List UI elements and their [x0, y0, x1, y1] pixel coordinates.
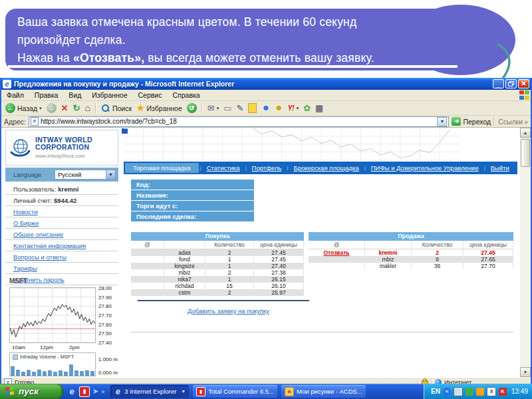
menu-item-4[interactable]: Сервис — [133, 91, 168, 99]
sidebar-link-2[interactable]: Общее описание — [13, 231, 63, 238]
home-button[interactable]: ⌂ — [83, 103, 91, 113]
buy-cell: fond — [164, 256, 205, 263]
forward-button[interactable]: → — [45, 103, 58, 113]
total-commander-icon[interactable]: ▮ — [79, 386, 90, 397]
user-row: Пользователь: kremni — [5, 184, 118, 195]
sidebar-link-0[interactable]: Новости — [13, 208, 38, 215]
refresh-button[interactable]: ↻ — [72, 103, 82, 113]
menu-item-1[interactable]: Правка — [29, 91, 63, 99]
callout-line3: Нажав на «Отозвать», вы всегда можете от… — [17, 49, 450, 67]
minimize-button[interactable]: _ — [493, 79, 504, 88]
menu-item-3[interactable]: Избранное — [86, 91, 132, 99]
nav-tab-4[interactable]: ПИФы и Доверительное Управление — [366, 164, 484, 172]
address-input[interactable]: e https://www.intwaystock.com/trade/?cb=… — [29, 116, 450, 127]
sell-cell: Отозвать — [309, 249, 365, 256]
links-chevron-icon[interactable]: » — [524, 118, 528, 126]
callout-line3-pre: Нажав на — [17, 51, 73, 65]
sidebar-link-1[interactable]: О Бирже — [13, 219, 39, 227]
start-button[interactable]: пуск — [0, 384, 63, 399]
kaspersky-tray-icon[interactable]: K — [499, 388, 507, 396]
restore-button[interactable] — [505, 79, 517, 88]
sell-header-cell-2: Количество — [412, 241, 464, 249]
title-bar[interactable]: e Предложения на покупку и продажу - Mic… — [1, 78, 531, 90]
buy-cell — [131, 256, 164, 263]
quicklaunch-chevron-icon[interactable]: » — [101, 388, 104, 395]
stop-button[interactable]: ✕ — [60, 103, 70, 113]
favorites-button[interactable]: ★Избранное — [135, 103, 184, 113]
go-button[interactable]: ➔ Переход — [452, 117, 491, 126]
sidebar-link-4[interactable]: Вопросы и ответы — [13, 253, 66, 261]
ie-quicklaunch-icon[interactable]: e — [67, 387, 76, 396]
scroll-up-icon[interactable]: ▲ — [520, 128, 531, 138]
sell-header-cell-0: @ — [309, 241, 365, 249]
contacts-button[interactable]: ☻ — [273, 103, 285, 113]
messenger-button[interactable]: ☻ — [260, 103, 271, 113]
menu-item-0[interactable]: Файл — [1, 91, 29, 99]
buy-cell — [131, 269, 164, 276]
volume-tray-icon[interactable]: ‖ — [487, 387, 496, 396]
launch-arrow-icon[interactable]: ➤ — [92, 387, 98, 396]
sell-cell: 2 — [412, 249, 464, 256]
taskbar-task-2[interactable]: aМои рисунки - ACDS... — [281, 385, 366, 398]
media-button[interactable]: ▦ — [314, 103, 325, 113]
notes-button[interactable] — [247, 103, 258, 113]
home-icon: ⌂ — [84, 103, 90, 113]
scroll-down-icon[interactable]: ▼ — [520, 367, 531, 377]
buy-cell: kingsize — [164, 263, 205, 269]
background-chart — [124, 128, 460, 160]
history-button[interactable]: ↺ — [186, 103, 198, 113]
links-label: Ссылки — [498, 118, 523, 126]
chevron-down-icon: ▾ — [297, 106, 299, 111]
yahoo-button[interactable]: Y!▾ — [287, 103, 301, 113]
nav-tab-3[interactable]: Брокерская площадка — [289, 164, 364, 172]
display-tray-icon[interactable] — [454, 387, 463, 396]
buy-row: fond127.45 — [131, 256, 304, 263]
network-tray-icon[interactable] — [466, 388, 473, 396]
add-buy-order-link[interactable]: Добавить заявку на покупку — [188, 307, 269, 315]
taskbar-task-1[interactable]: ▮Total Commander 6.5... — [193, 385, 277, 398]
nav-tab-0[interactable]: Торговая площадка — [125, 163, 199, 173]
recall-order-link[interactable]: Отозвать — [323, 249, 349, 256]
sell-cell: mbiz — [365, 256, 412, 263]
main-area: Торговая площадка|Статистика|Портфель|Бр… — [121, 128, 521, 377]
menu-item-5[interactable]: Справка — [167, 91, 205, 99]
nav-tab-5[interactable]: Выйти — [485, 164, 515, 172]
nav-tab-1[interactable]: Статистика — [201, 164, 245, 172]
quote-label-3: Последняя сделка: — [131, 211, 254, 221]
sell-cell — [309, 256, 365, 263]
back-button[interactable]: ←Назад▾ — [4, 103, 43, 113]
taskbar-task-0[interactable]: e3 Internet Explorer▼ — [110, 385, 189, 398]
slide: Ваша заявка отмечена красным цветом. В т… — [0, 0, 532, 399]
sidebar-link-row: Тарифы — [5, 263, 118, 274]
search-button[interactable]: Поиск — [100, 104, 133, 113]
callout-line2: произойдет сделка. — [17, 31, 450, 49]
price-ytick-2: 27.80 — [98, 303, 112, 309]
print-button[interactable]: ▭ — [222, 103, 233, 113]
chevron-down-icon: ▼ — [181, 389, 186, 394]
media-icon: ▦ — [315, 103, 323, 113]
menu-item-2[interactable]: Вид — [63, 91, 86, 99]
language-select[interactable]: Русский ▼ — [55, 170, 116, 180]
links-toolbar[interactable]: Ссылки » — [493, 118, 528, 126]
callout-line3-post: вы всегда можете отменить вашу заявку. — [144, 51, 374, 65]
quote-row-1: Название: — [131, 190, 364, 200]
address-dropdown-icon[interactable]: ▼ — [437, 117, 447, 126]
search-icon — [101, 104, 110, 113]
scrollbar-thumb[interactable] — [521, 139, 530, 167]
sidebar-link-3[interactable]: Контактная информация — [13, 242, 86, 249]
chevron-down-icon[interactable]: ▼ — [106, 170, 115, 179]
icq-button[interactable]: ✿ — [302, 103, 312, 113]
close-button[interactable]: ✕ — [518, 79, 529, 88]
sell-cell: 27.70 — [464, 263, 513, 269]
language-indicator[interactable]: EN — [431, 388, 440, 395]
mail-button[interactable]: ✉▾ — [206, 103, 220, 113]
vertical-scrollbar[interactable]: ▲ ▼ — [520, 128, 531, 377]
brand-url: www.IntwayStock.com — [35, 152, 92, 160]
sell-title: Продажа — [309, 232, 513, 241]
price-ytick-5: 27.50 — [98, 331, 112, 336]
nav-tab-2[interactable]: Портфель — [247, 164, 287, 172]
sidebar-link-5[interactable]: Тарифы — [13, 265, 37, 272]
messenger-tray-icon[interactable]: < — [443, 388, 451, 396]
antivirus-tray-icon[interactable] — [476, 388, 484, 396]
edit-button[interactable]: ✎ — [235, 103, 245, 113]
